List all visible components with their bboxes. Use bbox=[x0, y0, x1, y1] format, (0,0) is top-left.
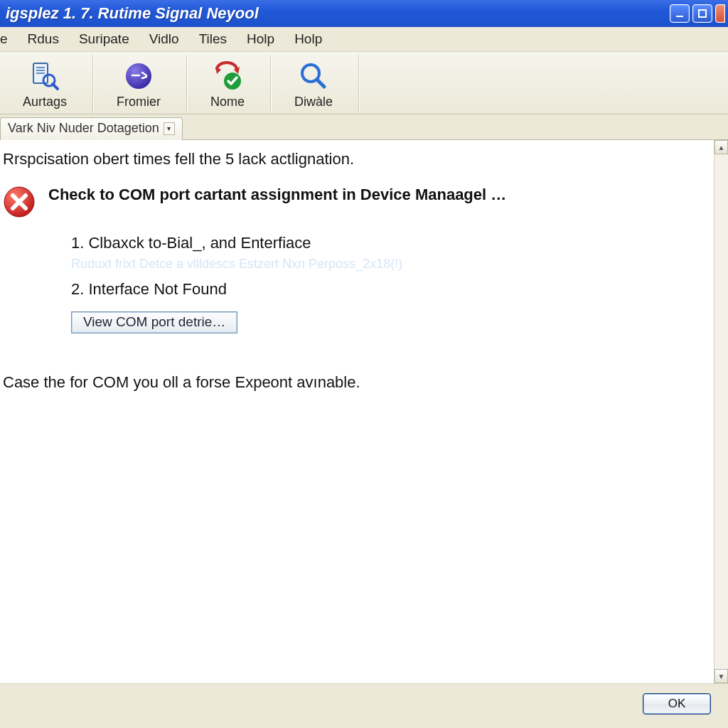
error-icon bbox=[3, 186, 36, 218]
scroll-up-button[interactable]: ▲ bbox=[714, 140, 728, 154]
svg-line-7 bbox=[53, 84, 58, 89]
minimize-icon bbox=[675, 9, 685, 18]
refresh-check-icon bbox=[210, 59, 245, 93]
ok-button[interactable]: OK bbox=[643, 693, 711, 714]
toolbar-label: Fromier bbox=[117, 95, 161, 109]
menu-item-holp-1[interactable]: Holp bbox=[247, 31, 274, 47]
toolbar: Aurtags Fromier bbox=[0, 52, 728, 114]
list-item-1: 1. Clbaxck to-Bial_, and Enterfiace bbox=[71, 234, 708, 252]
intro-text: Rrspcisation obert times fell the 5 lack… bbox=[3, 150, 708, 168]
menubar: e Rdus Suripate Vidlo Tiles Holp Holp bbox=[0, 27, 728, 52]
window-title: igsplez 1. 7. Rutime Signal Neyool bbox=[6, 4, 259, 23]
vertical-scrollbar[interactable]: ▲ ▼ bbox=[714, 140, 728, 683]
menu-item-tiles[interactable]: Tiles bbox=[199, 31, 227, 47]
bottom-text: Case the for COM you oll a forse Expeont… bbox=[3, 373, 708, 392]
content-pane: Rrspcisation obert times fell the 5 lack… bbox=[0, 140, 714, 683]
close-button[interactable] bbox=[715, 4, 725, 23]
maximize-icon bbox=[697, 9, 707, 18]
menu-item-suripate[interactable]: Suripate bbox=[79, 31, 129, 47]
document-search-icon bbox=[28, 59, 62, 93]
toolbar-label: Diwàle bbox=[294, 95, 333, 109]
toolbar-label: Nome bbox=[210, 95, 245, 109]
tab-label: Vark Niv Nuder Dotagetion bbox=[8, 121, 159, 136]
menu-item-holp-2[interactable]: Holp bbox=[294, 31, 322, 47]
scroll-down-button[interactable]: ▼ bbox=[714, 669, 728, 683]
menu-item-rdus[interactable]: Rdus bbox=[28, 31, 59, 47]
toolbar-label: Aurtags bbox=[23, 95, 67, 109]
scroll-track[interactable] bbox=[714, 154, 728, 669]
toolbar-aurtags[interactable]: Aurtags bbox=[3, 58, 87, 111]
purple-sphere-icon bbox=[122, 59, 156, 93]
error-heading: Check to COM port cartant assignment in … bbox=[48, 186, 506, 204]
view-com-port-button[interactable]: View COM port detrie… bbox=[71, 311, 237, 333]
svg-rect-1 bbox=[699, 10, 706, 17]
titlebar: igsplez 1. 7. Rutime Signal Neyool bbox=[0, 0, 728, 27]
tabstrip: Vark Niv Nuder Dotagetion ▾ bbox=[0, 114, 728, 140]
dialog-buttonbar: OK bbox=[0, 683, 728, 723]
tab-dropdown-arrow[interactable]: ▾ bbox=[164, 122, 175, 135]
tab-detection[interactable]: Vark Niv Nuder Dotagetion ▾ bbox=[0, 117, 183, 140]
magnifier-icon bbox=[296, 59, 331, 93]
menu-item-vidlo[interactable]: Vidlo bbox=[149, 31, 179, 47]
minimize-button[interactable] bbox=[670, 4, 690, 23]
toolbar-nome[interactable]: Nome bbox=[191, 58, 264, 111]
toolbar-diwale[interactable]: Diwàle bbox=[274, 58, 353, 111]
ghost-text: Ruduxt frixt Detce a vllldescs Estzert N… bbox=[71, 257, 708, 272]
maximize-button[interactable] bbox=[692, 4, 712, 23]
window-controls bbox=[670, 4, 725, 23]
list-item-2: 2. Interface Not Found bbox=[71, 280, 708, 299]
svg-line-13 bbox=[317, 80, 324, 87]
menu-item-e[interactable]: e bbox=[0, 31, 8, 47]
svg-rect-0 bbox=[676, 16, 683, 17]
toolbar-fromier[interactable]: Fromier bbox=[97, 58, 181, 111]
